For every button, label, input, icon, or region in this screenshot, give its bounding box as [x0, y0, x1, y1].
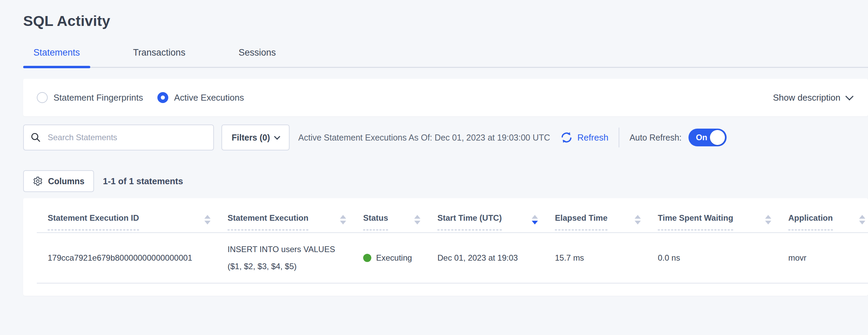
toggle-state-label: On: [696, 133, 707, 142]
status-label: Executing: [376, 253, 412, 263]
sort-icon[interactable]: [765, 215, 771, 224]
columns-button[interactable]: Columns: [23, 170, 94, 192]
column-header-label[interactable]: Statement Execution ID: [48, 213, 139, 230]
view-mode-radio-group: Statement Fingerprints Active Executions: [37, 92, 244, 103]
radio-label: Active Executions: [174, 92, 244, 103]
column-header-statement-execution: Statement Execution: [228, 213, 363, 230]
column-header-label[interactable]: Status: [363, 213, 388, 230]
radio-active-executions[interactable]: Active Executions: [157, 92, 244, 103]
cell-statement[interactable]: INSERT INTO users VALUES ($1, $2, $3, $4…: [228, 241, 359, 275]
column-header-status: Status: [363, 213, 437, 230]
sql-activity-page: SQL Activity Statements Transactions Ses…: [0, 0, 868, 296]
table-row[interactable]: 179cca7921e679b80000000000000001 INSERT …: [23, 233, 868, 283]
cell-execution-id[interactable]: 179cca7921e679b80000000000000001: [48, 253, 228, 263]
tab-sessions[interactable]: Sessions: [228, 47, 286, 67]
filters-button[interactable]: Filters (0): [221, 125, 290, 150]
tab-bar: Statements Transactions Sessions: [23, 47, 868, 68]
cell-start-time: Dec 01, 2023 at 19:03: [437, 253, 555, 263]
chevron-down-icon: [845, 92, 853, 100]
column-header-statement-execution-id: Statement Execution ID: [48, 213, 228, 230]
column-header-label[interactable]: Time Spent Waiting: [658, 213, 733, 230]
sort-icon[interactable]: [340, 215, 346, 224]
table-header-row: Statement Execution ID Statement Executi…: [23, 198, 868, 230]
filters-label: Filters (0): [232, 133, 270, 143]
radio-label: Statement Fingerprints: [53, 92, 143, 103]
status-dot-executing-icon: [363, 254, 371, 262]
column-header-application: Application: [788, 213, 868, 230]
column-header-elapsed-time: Elapsed Time: [555, 213, 658, 230]
cell-elapsed-time: 15.7 ms: [555, 253, 658, 263]
cell-status: Executing: [363, 253, 437, 263]
auto-refresh-toggle[interactable]: On: [688, 129, 727, 146]
tab-transactions[interactable]: Transactions: [123, 47, 196, 67]
column-header-time-spent-waiting: Time Spent Waiting: [658, 213, 788, 230]
show-description-toggle[interactable]: Show description: [773, 92, 852, 103]
sort-icon[interactable]: [204, 215, 211, 224]
radio-statement-fingerprints[interactable]: Statement Fingerprints: [37, 92, 143, 103]
sort-icon[interactable]: [414, 215, 420, 224]
show-description-label: Show description: [773, 92, 840, 103]
table-toolbar: Columns 1-1 of 1 statements: [23, 170, 868, 192]
column-header-label[interactable]: Start Time (UTC): [437, 213, 502, 230]
as-of-text: Active Statement Executions As Of: Dec 0…: [298, 133, 550, 143]
auto-refresh-label: Auto Refresh:: [630, 133, 682, 143]
search-input[interactable]: [47, 132, 198, 143]
results-count: 1-1 of 1 statements: [103, 176, 183, 187]
column-header-label[interactable]: Statement Execution: [228, 213, 308, 230]
radio-unselected-icon[interactable]: [37, 92, 48, 103]
toggle-knob[interactable]: [710, 130, 725, 145]
search-icon: [30, 132, 42, 143]
column-header-label[interactable]: Application: [788, 213, 833, 230]
refresh-icon: [560, 131, 573, 144]
refresh-button[interactable]: Refresh: [560, 131, 608, 144]
column-header-label[interactable]: Elapsed Time: [555, 213, 607, 230]
refresh-label: Refresh: [577, 132, 608, 143]
view-options-card: Statement Fingerprints Active Executions…: [23, 79, 868, 116]
sort-icon-desc-active[interactable]: [532, 215, 538, 224]
row-divider: [37, 283, 868, 283]
controls-row: Filters (0) Active Statement Executions …: [23, 125, 868, 150]
statements-table-card: Statement Execution ID Statement Executi…: [23, 198, 868, 296]
page-title: SQL Activity: [23, 13, 868, 29]
sort-icon[interactable]: [635, 215, 641, 224]
tab-statements[interactable]: Statements: [23, 47, 90, 67]
cell-time-spent-waiting: 0.0 ns: [658, 253, 788, 263]
sort-icon[interactable]: [859, 215, 865, 224]
chevron-down-icon: [274, 134, 280, 140]
column-header-start-time: Start Time (UTC): [437, 213, 555, 230]
gear-icon: [33, 176, 43, 186]
radio-selected-icon[interactable]: [157, 92, 168, 103]
vertical-divider: [619, 128, 619, 147]
search-box[interactable]: [23, 125, 214, 150]
columns-label: Columns: [48, 176, 84, 186]
cell-application: movr: [788, 253, 868, 263]
